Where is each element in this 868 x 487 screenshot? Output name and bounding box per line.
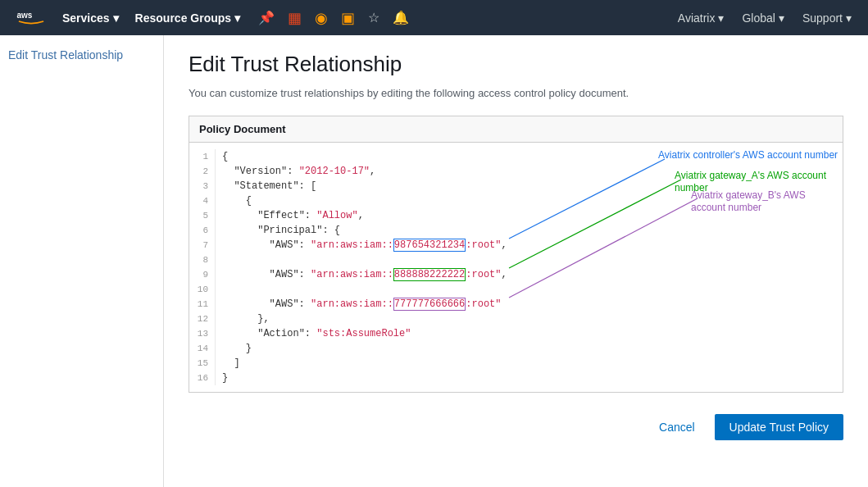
sidebar: Edit Trust Relationship: [0, 35, 164, 487]
chevron-down-icon: ▾: [846, 11, 852, 25]
code-line-6: 6 "Principal": {: [189, 223, 843, 238]
code-line-2: 2 "Version": "2012-10-17",: [189, 164, 843, 179]
circle-icon[interactable]: ◉: [311, 6, 331, 30]
policy-header: Policy Document: [189, 116, 843, 143]
chevron-down-icon: ▾: [718, 11, 724, 25]
footer-buttons: Cancel Update Trust Policy: [189, 406, 843, 440]
code-line-15: 15 ]: [189, 356, 843, 371]
code-line-4: 4 {: [189, 193, 843, 208]
code-line-11: 11 "AWS": "arn:aws:iam::777777666666:roo…: [189, 297, 843, 312]
code-line-10: 10: [189, 282, 843, 297]
content-area: Edit Trust Relationship You can customiz…: [164, 35, 868, 487]
code-line-9: 9 "AWS": "arn:aws:iam::888888222222:root…: [189, 267, 843, 282]
update-trust-policy-button[interactable]: Update Trust Policy: [715, 414, 843, 440]
global-nav-button[interactable]: Global ▾: [734, 0, 792, 35]
aws-logo[interactable]: aws: [8, 5, 54, 31]
policy-editor[interactable]: Aviatrix controller's AWS account number…: [189, 143, 843, 392]
nav-right: Aviatrix ▾ Global ▾ Support ▾: [670, 0, 860, 35]
aviatrix-nav-button[interactable]: Aviatrix ▾: [670, 0, 733, 35]
bell-icon[interactable]: 🔔: [389, 7, 412, 29]
code-line-5: 5 "Effect": "Allow",: [189, 208, 843, 223]
code-line-12: 12 },: [189, 312, 843, 326]
code-line-16: 16 }: [189, 371, 843, 385]
main-layout: Edit Trust Relationship Edit Trust Relat…: [0, 35, 868, 487]
code-line-7: 7 "AWS": "arn:aws:iam::987654321234:root…: [189, 238, 843, 253]
top-nav: aws Services ▾ Resource Groups ▾ 📌 ▦ ◉ ▣…: [0, 0, 868, 35]
svg-text:aws: aws: [16, 11, 32, 20]
chevron-down-icon: ▾: [113, 11, 119, 25]
services-nav-button[interactable]: Services ▾: [54, 0, 127, 35]
chevron-down-icon: ▾: [779, 11, 784, 25]
nav-icon-group: 📌 ▦ ◉ ▣ ☆ 🔔: [255, 6, 412, 30]
stack-icon[interactable]: ▦: [284, 6, 305, 30]
code-line-3: 3 "Statement": [: [189, 179, 843, 193]
policy-section: Policy Document Aviatrix controller's AW…: [189, 116, 843, 393]
code-line-14: 14 }: [189, 341, 843, 356]
box-icon[interactable]: ▣: [338, 6, 358, 30]
resource-groups-nav-button[interactable]: Resource Groups ▾: [127, 0, 248, 35]
page-title: Edit Trust Relationship: [189, 52, 843, 77]
code-line-1: 1 {: [189, 149, 843, 164]
code-line-13: 13 "Action": "sts:AssumeRole": [189, 326, 843, 341]
pin-icon[interactable]: 📌: [255, 7, 278, 29]
chevron-down-icon: ▾: [234, 11, 240, 25]
sidebar-title[interactable]: Edit Trust Relationship: [8, 48, 155, 62]
page-description: You can customize trust relationships by…: [189, 87, 843, 99]
support-nav-button[interactable]: Support ▾: [794, 0, 860, 35]
star-icon[interactable]: ☆: [365, 7, 383, 29]
cancel-button[interactable]: Cancel: [649, 414, 705, 440]
code-line-8: 8: [189, 253, 843, 267]
